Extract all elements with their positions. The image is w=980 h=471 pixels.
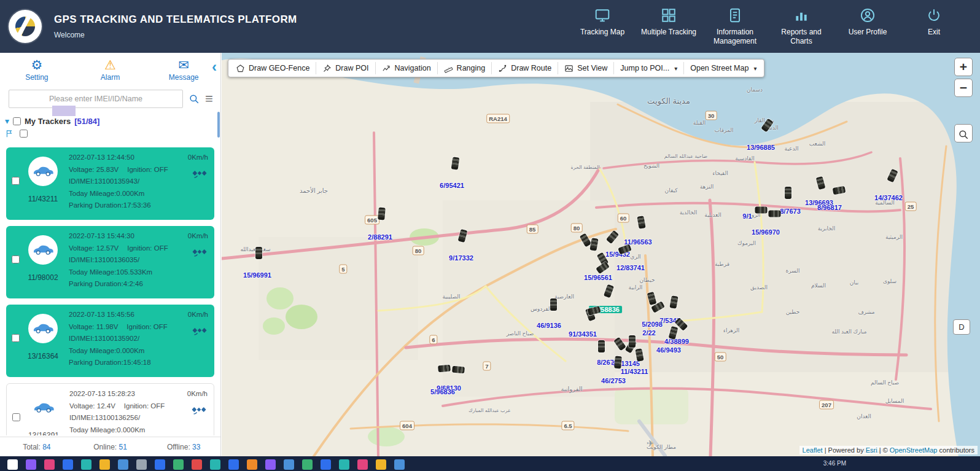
taskbar-app-icon[interactable] [44,459,55,470]
taskbar-app-icon[interactable] [118,459,128,470]
vehicle-marker-label[interactable]: 2/22 [642,329,655,337]
tracker-card[interactable]: 13/163912022-07-13 15:28:230Km/hVoltage:… [6,383,214,435]
zoom-out-button[interactable]: − [954,79,973,97]
vehicle-marker-label[interactable]: 15/96970 [752,228,780,236]
taskbar-app-icon[interactable] [7,459,18,470]
tracker-card[interactable]: 13/163642022-07-13 15:45:560Km/hVoltage:… [6,305,214,377]
taskbar-app-icon[interactable] [247,459,257,470]
vehicle-marker[interactable] [614,356,622,369]
toolbar-draw-poi[interactable]: Draw POI [316,62,375,74]
vehicle-marker-label[interactable]: 6/95421 [440,182,464,189]
vehicle-marker-label[interactable]: 2/88291 [368,233,392,241]
nav-item-multiple-tracking[interactable]: Multiple Tracking [640,7,698,46]
vehicle-marker-label[interactable]: 11/43211 [621,368,648,375]
attribution-link[interactable]: OpenStreetMap [890,446,938,454]
vehicle-marker-label[interactable]: 14/37462 [874,194,903,201]
vehicle-marker-label[interactable]: 4/38899 [664,338,689,345]
nav-item-reports-and-charts[interactable]: Reports and Charts [772,7,830,46]
attribution-link[interactable]: Leaflet [803,446,823,454]
vehicle-marker[interactable] [755,207,768,214]
tracker-card[interactable]: 11/432112022-07-13 12:44:500Km/hVoltage:… [6,147,214,220]
vehicle-marker-label[interactable]: 5/96836 [430,388,455,395]
tree-label[interactable]: My Trackers [25,117,71,126]
taskbar-app-icon[interactable] [357,459,368,470]
vehicle-marker-label[interactable]: 15/96991 [243,271,271,279]
taskbar-app-icon[interactable] [63,459,73,470]
taskbar-app-icon[interactable] [136,459,147,470]
nav-item-exit[interactable]: Exit [905,7,963,46]
tab-setting[interactable]: ⚙Setting [0,58,74,82]
taskbar-app-icon[interactable] [155,459,165,470]
vehicle-marker-label[interactable]: 5/2098 [642,321,663,328]
taskbar-app-icon[interactable] [321,459,331,470]
tab-message[interactable]: ✉Message [147,58,220,82]
poi-checkbox[interactable] [20,130,28,138]
vehicle-marker-label[interactable]: 46/9136 [537,322,561,329]
vehicle-marker[interactable] [598,340,605,352]
vehicle-marker-label[interactable]: 9/1 [742,212,752,220]
taskbar-app-icon[interactable] [228,459,239,470]
tracker-card[interactable]: 11/980022022-07-13 15:44:300Km/hVoltage:… [6,226,214,298]
vehicle-marker[interactable] [378,208,386,220]
toolbar-draw-route[interactable]: Draw Route [492,62,558,74]
tracker-mileage: Today Mileage:0.000Km [69,424,209,436]
attribution-link[interactable]: Esri [866,446,877,454]
map-search-button[interactable] [954,124,973,142]
tracker-checkbox[interactable] [12,413,20,421]
toolbar-set-view[interactable]: Set View [558,62,614,74]
toolbar-ranging[interactable]: Ranging [438,62,492,74]
vehicle-marker[interactable] [769,211,781,217]
flag-icon[interactable] [5,129,14,138]
vehicle-marker-label[interactable]: 8/7673 [780,208,801,215]
vehicle-marker[interactable] [438,365,451,373]
tracker-checkbox[interactable] [12,177,20,185]
taskbar-app-icon[interactable] [210,459,220,470]
taskbar-app-icon[interactable] [376,459,386,470]
vehicle-marker-label[interactable]: 13/96885 [747,144,775,151]
taskbar-app-icon[interactable] [265,459,276,470]
taskbar-app-icon[interactable] [173,459,184,470]
vehicle-marker-label[interactable]: 91/34351 [569,330,597,338]
vehicle-marker-label[interactable]: 46/2753 [601,377,626,384]
tracker-checkbox[interactable] [12,255,20,263]
nav-item-information-management[interactable]: Information Management [706,7,764,46]
scrollbar-thumb[interactable] [217,112,220,138]
taskbar-app-icon[interactable] [81,459,91,470]
vehicle-marker[interactable] [550,298,557,311]
taskbar-app-icon[interactable] [284,459,294,470]
vehicle-marker[interactable] [452,366,465,374]
vehicle-marker-label[interactable]: 8/96817 [817,204,842,211]
map[interactable]: مدينة الكويتدسمانبنيد القارالقبلةالمرقاب… [222,53,980,456]
vehicle-marker[interactable] [785,187,791,199]
nav-item-user-profile[interactable]: User Profile [839,7,896,46]
vehicle-marker[interactable] [629,335,636,348]
toolbar-label: Draw POI [335,64,368,72]
taskbar-app-icon[interactable] [192,459,202,470]
taskbar-app-icon[interactable] [26,459,36,470]
vehicle-marker-label[interactable]: 46/9493 [656,346,681,354]
vehicle-marker[interactable] [255,247,262,259]
taskbar-app-icon[interactable] [99,459,110,470]
search-icon[interactable] [189,93,200,104]
nav-item-tracking-map[interactable]: Tracking Map [574,7,631,46]
map-d-button[interactable]: D [953,319,970,335]
vehicle-marker-label[interactable]: 15/96561 [584,274,612,281]
toolbar-navigation[interactable]: Navigation [376,62,438,74]
collapse-sidebar-button[interactable]: ‹ [212,60,217,74]
taskbar-app-icon[interactable] [394,459,405,470]
tracker-checkbox[interactable] [12,334,20,342]
list-menu-icon[interactable]: ≡ [205,93,213,104]
toolbar-draw-geo-fence[interactable]: Draw GEO-Fence [230,62,316,74]
vehicle-marker-label[interactable]: 12/83741 [616,264,645,271]
tree-caret-icon[interactable]: ▾ [5,116,9,126]
taskbar-app-icon[interactable] [339,459,349,470]
tree-checkbox[interactable] [13,117,21,125]
zoom-in-button[interactable]: + [954,58,973,76]
vehicle-marker-label[interactable]: 9/17332 [449,254,473,262]
tab-alarm[interactable]: ⚠Alarm [74,58,147,82]
taskbar-app-icon[interactable] [302,459,313,470]
toolbar-open-street-map[interactable]: Open Street Map▾ [684,62,763,74]
toolbar-jump-to-poi[interactable]: Jump to POI...▾ [614,62,684,74]
map-zoom-controls: + − [954,58,973,145]
search-input[interactable] [9,90,182,107]
